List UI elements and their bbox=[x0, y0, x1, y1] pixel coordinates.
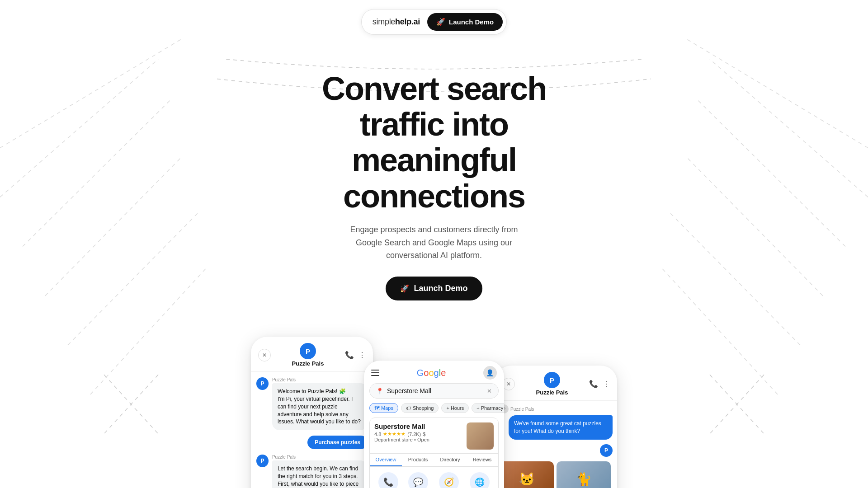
directions-icon: 🧭 bbox=[444, 477, 454, 487]
right-avatar-letter: P bbox=[550, 376, 554, 384]
chat-message-2: P Puzzle Pals Let the search begin. We c… bbox=[256, 455, 368, 488]
action-icons-row: 📞 Call 💬 Chat 🧭 Directio bbox=[370, 467, 498, 488]
price-indicator: $ bbox=[423, 432, 425, 437]
tab-products[interactable]: Products bbox=[402, 454, 434, 466]
search-clear-icon[interactable]: ✕ bbox=[487, 388, 492, 394]
nav-launch-demo-button[interactable]: 🚀 Launch Demo bbox=[427, 13, 503, 31]
left-phone-name: Puzzle Pals bbox=[292, 360, 324, 367]
hero-title-line2: meaningful connections bbox=[343, 142, 525, 214]
hero-title: Convert search traffic into meaningful c… bbox=[276, 71, 592, 214]
result-info: Superstore Mall 4.8 ★★★★★ (7.2K) $ Depar… bbox=[374, 422, 463, 442]
left-phone-title-area: P Puzzle Pals bbox=[292, 343, 324, 367]
filter-chip-hours[interactable]: + Hours bbox=[441, 403, 469, 413]
right-user-avatar: P bbox=[600, 444, 613, 457]
chat-message-1: P Puzzle Pals Welcome to Puzzle Pals! 🧩 … bbox=[256, 377, 368, 430]
logo-bold: help.ai bbox=[395, 17, 420, 26]
product-image-2: 🐈 bbox=[557, 461, 611, 488]
chat-bubble-1: Welcome to Puzzle Pals! 🧩 I'm Pi, your v… bbox=[272, 383, 368, 430]
hero-rocket-icon: 🚀 bbox=[400, 284, 409, 293]
tab-directory[interactable]: Directory bbox=[434, 454, 466, 466]
action-chat[interactable]: 💬 Chat bbox=[408, 472, 428, 488]
call-icon: 📞 bbox=[383, 477, 393, 487]
result-thumbnail bbox=[467, 422, 494, 450]
chat-avatar-1: P bbox=[256, 377, 269, 390]
chat-bubble-2: Let the search begin. We can find the ri… bbox=[272, 460, 368, 488]
more-options-icon[interactable]: ⋮ bbox=[359, 351, 366, 359]
product-image-1: 🐱 bbox=[500, 461, 554, 488]
chat-sender-2: Puzzle Pals bbox=[272, 455, 368, 460]
puzzle-pals-avatar: P bbox=[300, 343, 316, 359]
navbar: simplehelp.ai 🚀 Launch Demo bbox=[0, 0, 868, 44]
search-result-card: Superstore Mall 4.8 ★★★★★ (7.2K) $ Depar… bbox=[369, 418, 499, 488]
google-top-bar: Google 👤 bbox=[364, 361, 504, 383]
product-card-1[interactable]: 🐱 Comfy Cat Puzzle 500 piece cardboard j… bbox=[500, 461, 554, 488]
review-count: (7.2K) bbox=[407, 432, 421, 437]
right-sender-name: Puzzle Pals bbox=[510, 407, 534, 412]
result-thumbnail-image bbox=[467, 422, 494, 450]
tab-overview[interactable]: Overview bbox=[370, 454, 402, 466]
action-website[interactable]: 🌐 Website bbox=[470, 472, 490, 488]
google-search-bar[interactable]: 📍 Superstore Mall ✕ bbox=[369, 383, 499, 399]
product-card-2[interactable]: 🐈 Mr. Maine C... 1,000 piece cardı... bbox=[557, 461, 611, 488]
filter-chip-shopping[interactable]: 🏷 Shopping bbox=[401, 403, 439, 413]
hamburger-menu[interactable] bbox=[371, 370, 379, 376]
right-puzzle-pals-avatar: P bbox=[544, 372, 560, 388]
result-title: Superstore Mall bbox=[374, 422, 463, 430]
action-call[interactable]: 📞 Call bbox=[378, 472, 398, 488]
phone-call-icon[interactable]: 📞 bbox=[345, 351, 354, 359]
right-close-button[interactable]: ✕ bbox=[502, 378, 515, 390]
shopping-icon: 🏷 bbox=[406, 405, 411, 411]
product-grid: 🐱 Comfy Cat Puzzle 500 piece cardboard j… bbox=[500, 461, 613, 488]
action-directions[interactable]: 🧭 Directions bbox=[438, 472, 460, 488]
right-phone-icons: 📞 ⋮ bbox=[589, 380, 610, 388]
chat-avatar-2: P bbox=[256, 455, 269, 467]
result-rating: 4.8 ★★★★★ (7.2K) $ bbox=[374, 431, 463, 437]
rocket-icon: 🚀 bbox=[436, 18, 445, 26]
chat-icon: 💬 bbox=[413, 477, 423, 487]
close-button[interactable]: ✕ bbox=[258, 349, 271, 361]
rating-number: 4.8 bbox=[374, 432, 381, 437]
mockups-section: ✕ P Puzzle Pals 📞 ⋮ P Puzzle Pals Welcom… bbox=[0, 319, 868, 488]
filter-chip-maps[interactable]: 🗺 Maps bbox=[369, 403, 398, 413]
result-tabs: Overview Products Directory Reviews bbox=[370, 453, 498, 467]
result-header: Superstore Mall 4.8 ★★★★★ (7.2K) $ Depar… bbox=[370, 418, 498, 453]
purchase-btn-row: Purchase puzzles bbox=[256, 436, 368, 449]
right-phone-title-area: P Puzzle Pals bbox=[536, 372, 568, 396]
left-phone: ✕ P Puzzle Pals 📞 ⋮ P Puzzle Pals Welcom… bbox=[251, 337, 373, 488]
search-icon: 📍 bbox=[376, 388, 383, 394]
hero-subtitle: Engage prospects and customers directly … bbox=[339, 223, 529, 262]
purchase-puzzles-button[interactable]: Purchase puzzles bbox=[307, 436, 368, 449]
maps-icon: 🗺 bbox=[374, 405, 379, 411]
filter-chips-row: 🗺 Maps 🏷 Shopping + Hours + Pharmacy bbox=[364, 403, 504, 418]
left-phone-icons: 📞 ⋮ bbox=[345, 351, 366, 359]
google-user-avatar[interactable]: 👤 bbox=[483, 366, 497, 380]
right-sender-row: P Puzzle Pals bbox=[500, 404, 613, 413]
hero-section: Convert search traffic into meaningful c… bbox=[0, 44, 868, 319]
hero-launch-demo-button[interactable]: 🚀 Launch Demo bbox=[386, 277, 482, 300]
tab-reviews[interactable]: Reviews bbox=[466, 454, 498, 466]
left-phone-header: ✕ P Puzzle Pals 📞 ⋮ bbox=[251, 337, 373, 372]
chat-sender-1: Puzzle Pals bbox=[272, 377, 368, 382]
logo: simplehelp.ai bbox=[373, 17, 420, 27]
call-icon-circle: 📞 bbox=[378, 472, 398, 488]
google-logo: Google bbox=[417, 368, 446, 378]
chat-icon-circle: 💬 bbox=[408, 472, 428, 488]
right-chat-bubble: We've found some great cat puzzles for y… bbox=[509, 415, 613, 440]
filter-chip-pharmacy[interactable]: + Pharmacy bbox=[472, 403, 504, 413]
right-phone-call-icon[interactable]: 📞 bbox=[589, 380, 598, 388]
directions-icon-circle: 🧭 bbox=[439, 472, 459, 488]
website-icon-circle: 🌐 bbox=[470, 472, 490, 488]
hero-title-line1: Convert search traffic into bbox=[322, 70, 546, 142]
right-phone-name: Puzzle Pals bbox=[536, 389, 568, 396]
left-phone-chat-body: P Puzzle Pals Welcome to Puzzle Pals! 🧩 … bbox=[251, 372, 373, 488]
right-more-options-icon[interactable]: ⋮ bbox=[603, 380, 610, 388]
avatar-letter: P bbox=[306, 347, 310, 355]
result-type: Department store • Open bbox=[374, 437, 463, 442]
search-query-text: Superstore Mall bbox=[387, 387, 483, 394]
nav-pill: simplehelp.ai 🚀 Launch Demo bbox=[361, 9, 507, 35]
center-phone: Google 👤 📍 Superstore Mall ✕ 🗺 Maps 🏷 Sh… bbox=[364, 361, 504, 488]
star-icons: ★★★★★ bbox=[383, 431, 406, 437]
nav-launch-demo-label: Launch Demo bbox=[449, 18, 494, 26]
logo-regular: simple bbox=[373, 17, 395, 26]
website-icon: 🌐 bbox=[475, 477, 485, 487]
